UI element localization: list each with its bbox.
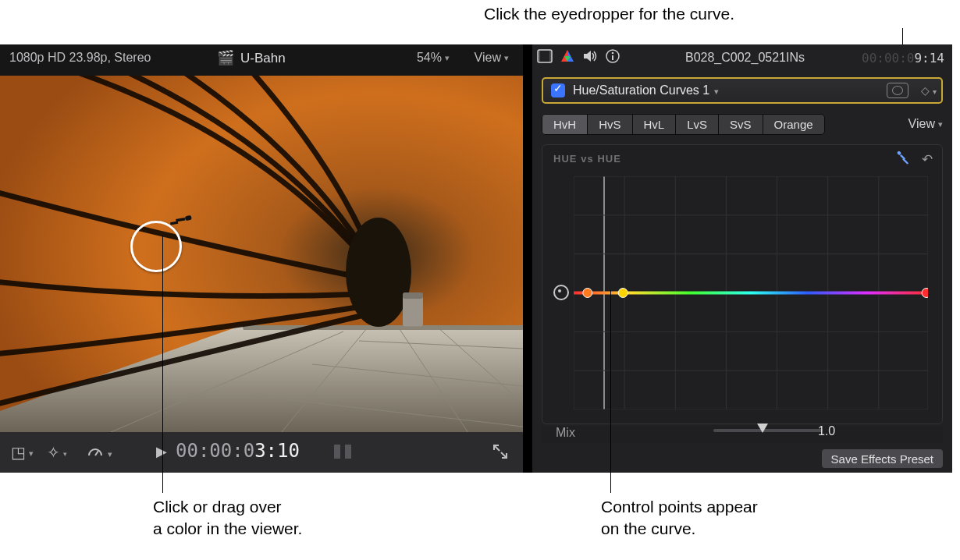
retime-menu[interactable]: ▾ — [86, 443, 112, 463]
tab-hvs[interactable]: HvS — [588, 115, 632, 134]
mask-icon[interactable] — [887, 83, 908, 98]
svg-rect-5 — [403, 292, 423, 299]
tab-hvh[interactable]: HvH — [542, 115, 588, 134]
callout-viewer: Click or drag overa color in the viewer. — [153, 496, 302, 541]
curve-tab-row: HvH HvS HvL LvS SvS Orange View▾ — [542, 113, 943, 135]
video-inspector-icon[interactable] — [537, 49, 553, 67]
curve-type-segmented[interactable]: HvH HvS HvL LvS SvS Orange — [542, 114, 825, 135]
curve-panel: HUE vs HUE ↶ — [542, 144, 943, 424]
audio-inspector-icon[interactable] — [582, 49, 598, 67]
svg-point-30 — [612, 52, 614, 55]
keyframe-icon[interactable]: ◇▾ — [921, 84, 937, 97]
curve-view-menu[interactable]: View▾ — [908, 117, 943, 131]
project-title: U-Bahn — [240, 51, 286, 66]
callout-line-left — [162, 236, 163, 493]
format-label: 1080p HD 23.98p, Stereo — [9, 51, 151, 65]
play-button[interactable]: ▶ — [156, 443, 167, 460]
mix-row: Mix 1.0 — [542, 426, 943, 443]
skimmer-indicator — [329, 441, 357, 466]
viewer-topbar: 1080p HD 23.98p, Stereo 🎬 U-Bahn 54%▾ Vi… — [0, 49, 523, 69]
curve-title: HUE vs HUE — [553, 153, 621, 165]
svg-point-3 — [346, 218, 411, 327]
inspector-topbar: B028_C002_0521INs 00:00:09:14 — [537, 49, 948, 69]
svg-line-16 — [95, 451, 98, 455]
svg-rect-15 — [185, 215, 192, 221]
svg-rect-32 — [900, 154, 905, 160]
tab-hvl[interactable]: HvL — [633, 115, 677, 134]
viewer-toolbar: ◳▾ ✧▾ ▾ ▶ 00:00:03:10 — [0, 432, 523, 473]
inspector-clip-name: B028_C002_0521INs — [685, 51, 805, 65]
callout-controlpoints: Control points appearon the curve. — [601, 496, 758, 541]
viewer-timecode[interactable]: 00:00:03:10 — [176, 440, 300, 462]
tab-lvs[interactable]: LvS — [676, 115, 719, 134]
tab-svs[interactable]: SvS — [719, 115, 763, 134]
save-effects-preset-button[interactable]: Save Effects Preset — [822, 449, 943, 468]
callout-line-right — [610, 290, 611, 493]
app-window: 1080p HD 23.98p, Stereo 🎬 U-Bahn 54%▾ Vi… — [0, 44, 952, 473]
tab-orange[interactable]: Orange — [763, 115, 824, 134]
fullscreen-button[interactable] — [492, 443, 509, 464]
info-inspector-icon[interactable] — [606, 49, 620, 67]
svg-rect-18 — [345, 445, 351, 459]
zoom-menu[interactable]: 54%▾ — [417, 51, 450, 65]
svg-rect-17 — [334, 445, 340, 459]
callout-eyedropper: Click the eyedropper for the curve. — [484, 3, 734, 25]
inspector-timecode: 00:00:09:14 — [862, 51, 944, 66]
svg-rect-31 — [612, 55, 613, 60]
svg-point-50 — [583, 289, 592, 298]
viewer-pane: 1080p HD 23.98p, Stereo 🎬 U-Bahn 54%▾ Vi… — [0, 44, 523, 473]
color-inspector-icon[interactable] — [560, 49, 574, 67]
svg-line-19 — [495, 446, 500, 451]
viewer-image — [0, 76, 523, 433]
svg-rect-23 — [549, 50, 552, 62]
svg-rect-33 — [897, 151, 901, 155]
mix-label: Mix — [556, 426, 575, 440]
clapperboard-icon[interactable]: 🎬 — [217, 49, 234, 66]
reset-curve-button[interactable]: ↶ — [922, 151, 933, 168]
svg-marker-28 — [584, 51, 591, 62]
svg-rect-22 — [538, 50, 540, 62]
eyedropper-loupe[interactable] — [130, 214, 188, 272]
effect-enable-checkbox[interactable] — [551, 83, 565, 97]
svg-point-52 — [922, 289, 928, 298]
mix-slider-track[interactable] — [713, 429, 823, 432]
eyedropper-button[interactable] — [895, 150, 911, 169]
mix-value[interactable]: 1.0 — [818, 424, 835, 438]
viewer-canvas[interactable] — [0, 76, 523, 433]
svg-point-51 — [618, 289, 628, 298]
hue-curve-editor[interactable] — [574, 176, 928, 409]
inspector-pane: B028_C002_0521INs 00:00:09:14 Hue/Satura… — [532, 44, 952, 473]
enhance-menu[interactable]: ✧▾ — [47, 443, 67, 462]
view-menu[interactable]: View▾ — [475, 51, 509, 65]
svg-line-20 — [501, 452, 506, 457]
effect-header[interactable]: Hue/Saturation Curves 1▾ ◇▾ — [542, 77, 943, 104]
svg-rect-14 — [176, 218, 185, 222]
mix-slider-thumb[interactable] — [757, 424, 768, 433]
pane-divider[interactable] — [523, 44, 532, 473]
effect-name[interactable]: Hue/Saturation Curves 1▾ — [573, 83, 719, 97]
transform-menu[interactable]: ◳▾ — [11, 443, 34, 462]
curve-global-control[interactable] — [553, 285, 569, 300]
